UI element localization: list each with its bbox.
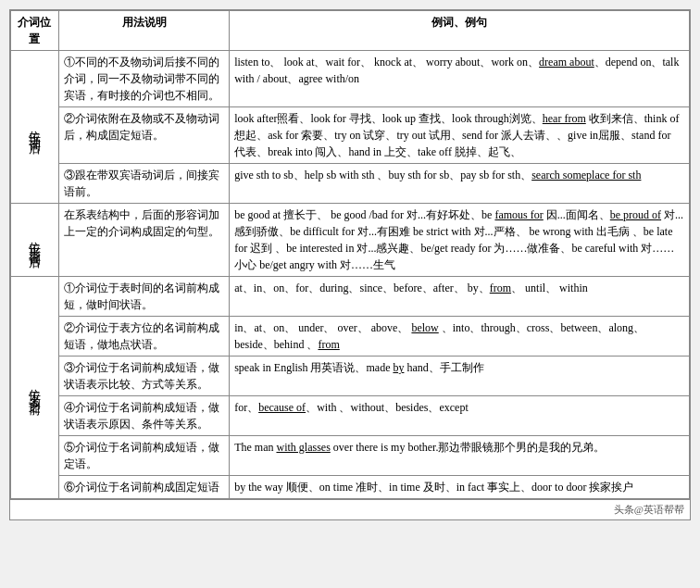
rule-after-adj-1: 在系表结构中，后面的形容词加上一定的介词构成固定的句型。	[58, 204, 229, 277]
table-row: ③跟在带双宾语动词后，间接宾语前。 give sth to sb、help sb…	[11, 164, 690, 204]
examples-before-noun-1: at、in、on、for、during、since、before、after、 …	[230, 277, 690, 317]
main-table-container: 介词位置 用法说明 例词、例句 位于动词后 ①不同的不及物动词后接不同的介词，同…	[9, 9, 691, 520]
table-row: ②介词依附在及物或不及物动词后，构成固定短语。 look after照看、loo…	[11, 107, 690, 164]
table-row: ⑤介词位于名词前构成短语，做定语。 The man with glasses o…	[11, 436, 690, 476]
table-row: ②介词位于表方位的名词前构成短语，做地点状语。 in、at、on、 under、…	[11, 317, 690, 357]
examples-after-verb-3: give sth to sb、help sb with sth 、buy sth…	[230, 164, 690, 204]
examples-before-noun-5: The man with glasses over there is my bo…	[230, 436, 690, 476]
table-row: ④介词位于名词前构成短语，做状语表示原因、条件等关系。 for、because …	[11, 396, 690, 436]
table-row: 位于形容词后 在系表结构中，后面的形容词加上一定的介词构成固定的句型。 be g…	[11, 204, 690, 277]
rule-after-verb-1: ①不同的不及物动词后接不同的介词，同一不及物动词带不同的宾语，有时接的介词也不相…	[58, 51, 229, 107]
header-examples: 例词、例句	[230, 11, 690, 51]
rule-after-verb-3: ③跟在带双宾语动词后，间接宾语前。	[58, 164, 229, 204]
table-row: ③介词位于名词前构成短语，做状语表示比较、方式等关系。 speak in Eng…	[11, 357, 690, 396]
examples-after-verb-1: listen to、 look at、wait for、 knock at、 w…	[230, 51, 690, 107]
examples-after-verb-2: look after照看、look for 寻找、look up 查找、look…	[230, 107, 690, 164]
examples-before-noun-4: for、because of、with 、without、besides、exc…	[230, 396, 690, 436]
category-before-noun: 位于名词之前	[11, 277, 59, 499]
examples-before-noun-3: speak in English 用英语说、made by hand、手工制作	[230, 357, 690, 396]
rule-before-noun-1: ①介词位于表时间的名词前构成短，做时间状语。	[58, 277, 229, 317]
examples-after-adj-1: be good at 擅长于、 be good /bad for 对...有好坏…	[230, 204, 690, 277]
header-position: 介词位置	[11, 11, 59, 51]
rule-before-noun-3: ③介词位于名词前构成短语，做状语表示比较、方式等关系。	[58, 357, 229, 396]
table-row: 位于动词后 ①不同的不及物动词后接不同的介词，同一不及物动词带不同的宾语，有时接…	[11, 51, 690, 107]
category-after-verb: 位于动词后	[11, 51, 59, 204]
table-row: ⑥介词位于名词前构成固定短语 by the way 顺便、on time 准时、…	[11, 476, 690, 499]
rule-after-verb-2: ②介词依附在及物或不及物动词后，构成固定短语。	[58, 107, 229, 164]
rule-before-noun-2: ②介词位于表方位的名词前构成短语，做地点状语。	[58, 317, 229, 357]
preposition-table: 介词位置 用法说明 例词、例句 位于动词后 ①不同的不及物动词后接不同的介词，同…	[10, 10, 690, 499]
examples-before-noun-2: in、at、on、 under、 over、 above、 below 、int…	[230, 317, 690, 357]
rule-before-noun-4: ④介词位于名词前构成短语，做状语表示原因、条件等关系。	[58, 396, 229, 436]
footer-attribution: 头条@英语帮帮	[10, 499, 690, 519]
rule-before-noun-6: ⑥介词位于名词前构成固定短语	[58, 476, 229, 499]
rule-before-noun-5: ⑤介词位于名词前构成短语，做定语。	[58, 436, 229, 476]
table-row: 位于名词之前 ①介词位于表时间的名词前构成短，做时间状语。 at、in、on、f…	[11, 277, 690, 317]
header-usage: 用法说明	[58, 11, 229, 51]
examples-before-noun-6: by the way 顺便、on time 准时、in time 及时、in f…	[230, 476, 690, 499]
category-after-adj: 位于形容词后	[11, 204, 59, 277]
